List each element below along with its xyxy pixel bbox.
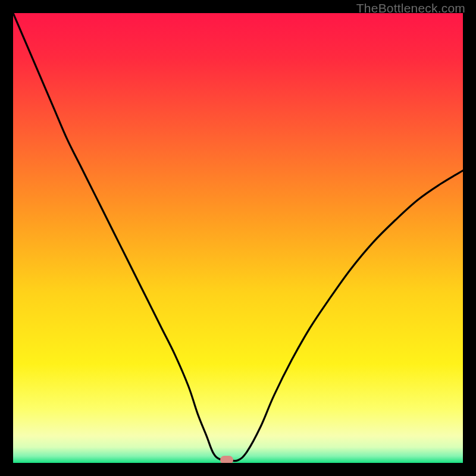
optimum-marker	[220, 456, 233, 463]
chart-frame: TheBottleneck.com	[0, 0, 476, 476]
bottleneck-curve	[13, 13, 463, 463]
watermark-text: TheBottleneck.com	[356, 1, 465, 15]
plot-area	[13, 13, 463, 463]
